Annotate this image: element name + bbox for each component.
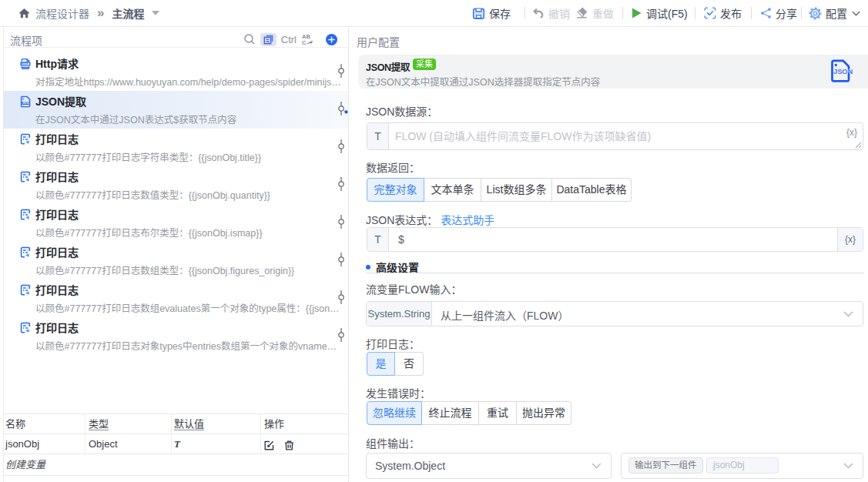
svg-text:JSON: JSON [833,68,853,75]
svg-text:C: C [302,39,307,45]
svg-text:HTTP: HTTP [22,62,28,65]
svg-text:JSON: JSON [22,102,29,105]
